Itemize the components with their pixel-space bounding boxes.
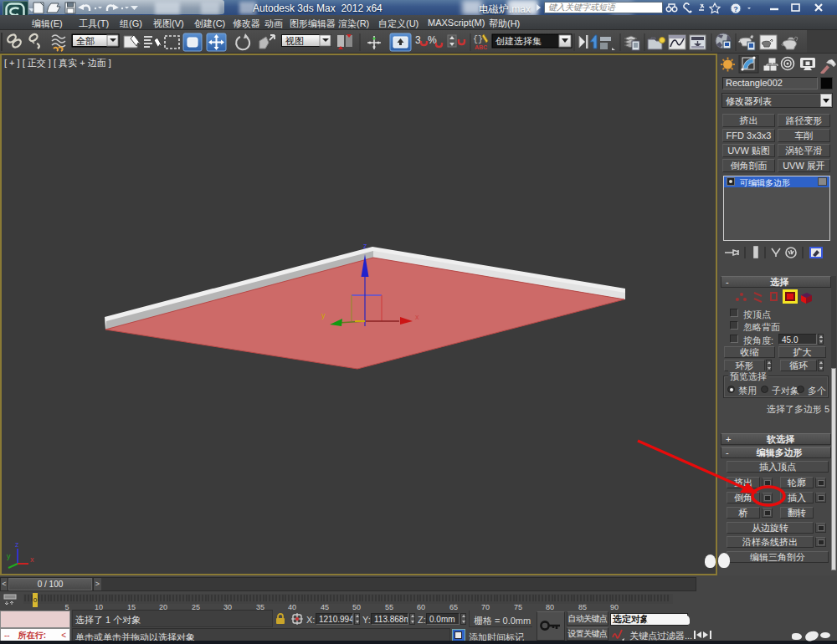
svg-text:x: x xyxy=(30,555,34,564)
svg-text:35: 35 xyxy=(256,603,264,610)
svg-text:y: y xyxy=(321,311,326,319)
svg-text:y: y xyxy=(7,552,11,560)
svg-text:45: 45 xyxy=(321,603,329,610)
svg-text:50: 50 xyxy=(352,603,361,610)
svg-text:60: 60 xyxy=(417,603,425,610)
svg-text:40: 40 xyxy=(288,603,296,610)
svg-text:70: 70 xyxy=(481,603,490,610)
svg-text:75: 75 xyxy=(514,603,522,610)
svg-text:30: 30 xyxy=(223,603,232,610)
svg-text:25: 25 xyxy=(192,603,200,610)
svg-text:0: 0 xyxy=(33,596,38,604)
svg-text:65: 65 xyxy=(449,603,458,610)
svg-text:15: 15 xyxy=(127,603,136,610)
svg-text:5: 5 xyxy=(64,603,69,610)
svg-text:x: x xyxy=(415,313,419,321)
svg-text:20: 20 xyxy=(159,603,167,610)
svg-text:10: 10 xyxy=(95,603,103,610)
svg-text:85: 85 xyxy=(578,603,587,610)
svg-text:55: 55 xyxy=(385,603,393,610)
svg-text:z: z xyxy=(15,540,19,549)
svg-text:90: 90 xyxy=(610,603,619,610)
svg-text:z: z xyxy=(363,242,367,250)
svg-text:80: 80 xyxy=(546,603,554,610)
